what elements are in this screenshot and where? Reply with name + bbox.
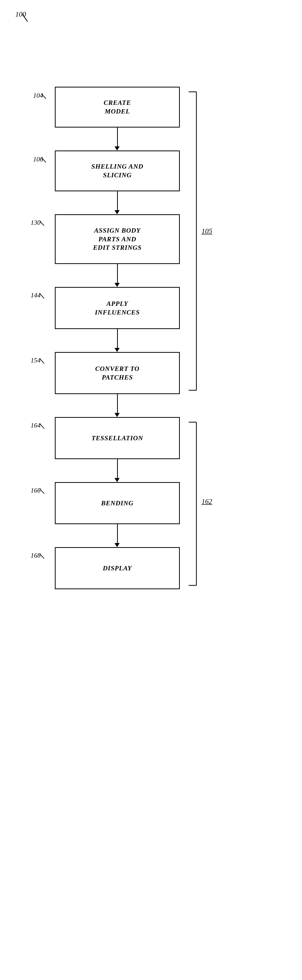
label-168: 168 bbox=[30, 552, 41, 559]
svg-line-11 bbox=[40, 554, 44, 558]
svg-line-9 bbox=[40, 423, 44, 428]
box-shelling-text: SHELLING ANDSLICING bbox=[91, 162, 143, 180]
svg-line-3 bbox=[40, 221, 44, 226]
label-164: 164 bbox=[30, 422, 41, 429]
box-apply: APPLYINFLUENCES bbox=[55, 287, 180, 329]
arrowhead-1 bbox=[114, 146, 120, 151]
svg-line-0 bbox=[22, 14, 27, 22]
svg-line-1 bbox=[41, 94, 46, 99]
arrow-1 bbox=[117, 127, 118, 148]
arrow-6 bbox=[117, 459, 118, 480]
box-bending: BENDING bbox=[55, 482, 180, 524]
box-convert-text: CONVERT TOPATCHES bbox=[95, 364, 140, 382]
svg-line-4 bbox=[40, 293, 44, 298]
svg-line-2 bbox=[41, 158, 46, 162]
arrow-7 bbox=[117, 524, 118, 544]
box-shelling: SHELLING ANDSLICING bbox=[55, 151, 180, 191]
arrow-2 bbox=[117, 191, 118, 212]
arrow-5 bbox=[117, 394, 118, 415]
arrow-4 bbox=[117, 329, 118, 350]
box-display-text: DISPLAY bbox=[103, 564, 132, 573]
arrowhead-4 bbox=[114, 348, 120, 352]
arrow-3 bbox=[117, 264, 118, 285]
label-166: 166 bbox=[30, 487, 41, 494]
arrowhead-2 bbox=[114, 210, 120, 214]
label-130: 130 bbox=[30, 219, 41, 226]
box-assign: ASSIGN BODYPARTS ANDEDIT STRINGS bbox=[55, 214, 180, 264]
label-144: 144 bbox=[30, 291, 41, 299]
label-154: 154 bbox=[30, 356, 41, 364]
box-create-model: CREATEMODEL bbox=[55, 87, 180, 127]
svg-line-10 bbox=[40, 488, 44, 493]
box-assign-text: ASSIGN BODYPARTS ANDEDIT STRINGS bbox=[93, 226, 141, 252]
diagram-container: 100 CREATEMODEL 104 SHELLING ANDSLICING … bbox=[0, 0, 302, 980]
box-apply-text: APPLYINFLUENCES bbox=[95, 299, 140, 317]
box-bending-text: BENDING bbox=[101, 499, 134, 508]
box-convert: CONVERT TOPATCHES bbox=[55, 352, 180, 394]
svg-line-5 bbox=[40, 358, 44, 363]
arrowhead-3 bbox=[114, 283, 120, 287]
box-tessellation-text: TESSELLATION bbox=[92, 434, 143, 442]
box-display: DISPLAY bbox=[55, 547, 180, 589]
arrowhead-7 bbox=[114, 543, 120, 547]
label-105: 105 bbox=[202, 227, 212, 235]
arrowhead-5 bbox=[114, 413, 120, 417]
bracket-105 bbox=[186, 87, 207, 395]
label-162: 162 bbox=[202, 497, 212, 506]
box-tessellation: TESSELLATION bbox=[55, 417, 180, 459]
arrowhead-6 bbox=[114, 478, 120, 482]
box-create-model-text: CREATEMODEL bbox=[103, 99, 131, 116]
